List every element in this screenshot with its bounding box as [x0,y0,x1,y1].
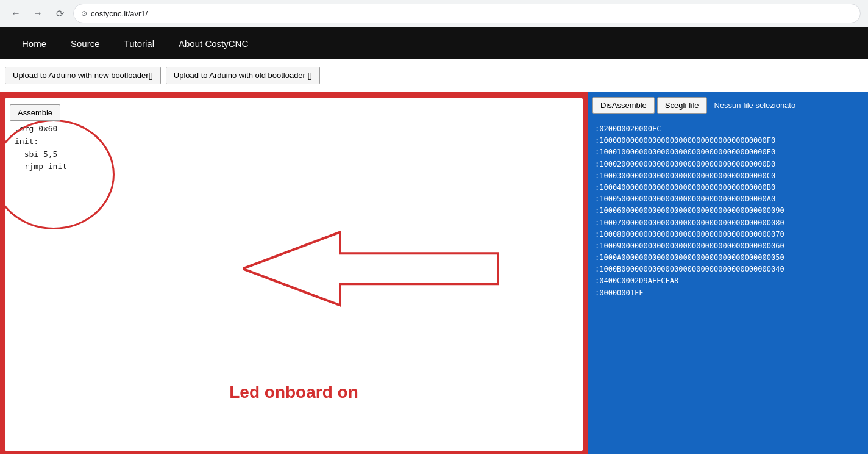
upload-new-bootloader-button[interactable]: Upload to Arduino with new bootloader[] [5,67,161,84]
reload-button[interactable]: ⟳ [51,5,68,22]
upload-row: Upload to Arduino with new bootloader[] … [0,59,868,92]
hex-line: :10003000000000000000000000000000000000C… [595,170,861,182]
main-content: Assemble .org 0x60 init: sbi 5,5 rjmp in… [0,92,868,454]
nav-tutorial[interactable]: Tutorial [112,29,166,59]
hex-line: :1000B0000000000000000000000000000000000… [595,264,861,275]
hex-line: :020000020000FC [595,123,861,135]
right-toolbar: DisAssemble Scegli file Nessun file sele… [588,92,868,118]
hex-line: :100070000000000000000000000000000000000… [595,217,861,229]
hex-line: :10004000000000000000000000000000000000B… [595,182,861,193]
assemble-button[interactable]: Assemble [10,104,60,121]
hex-output: :020000020000FC:100000000000000000000000… [588,118,868,454]
hex-line: :100080000000000000000000000000000000000… [595,229,861,240]
hex-line: :100060000000000000000000000000000000000… [595,205,861,217]
code-area[interactable]: Assemble .org 0x60 init: sbi 5,5 rjmp in… [5,98,583,451]
hex-line: :10005000000000000000000000000000000000A… [595,193,861,205]
hex-line: :1000A0000000000000000000000000000000000… [595,252,861,264]
choose-file-button[interactable]: Scegli file [657,97,707,114]
nav-source[interactable]: Source [59,29,112,59]
hex-line: :0400C0002D9AFECFA8 [595,275,861,287]
nav-home[interactable]: Home [10,29,59,59]
url-text: costycnc.it/avr1/ [91,9,148,18]
disassemble-button[interactable]: DisAssemble [592,97,655,114]
url-bar[interactable]: ⊙ costycnc.it/avr1/ [73,4,861,23]
navbar: Home Source Tutorial About CostyCNC [0,27,868,59]
right-panel: DisAssemble Scegli file Nessun file sele… [588,92,868,454]
left-panel: Assemble .org 0x60 init: sbi 5,5 rjmp in… [0,92,588,454]
hex-line: :00000001FF [595,287,861,299]
code-text: .org 0x60 init: sbi 5,5 rjmp init [15,123,573,173]
svg-marker-0 [243,232,499,305]
nav-about[interactable]: About CostyCNC [166,29,260,59]
browser-bar: ← → ⟳ ⊙ costycnc.it/avr1/ [0,0,868,27]
led-text: Led onboard on [229,383,358,402]
hex-line: :10002000000000000000000000000000000000D… [595,159,861,170]
hex-line: :10000000000000000000000000000000000000F… [595,135,861,146]
upload-old-bootloader-button[interactable]: Upload to Arduino with old bootloader [] [166,67,320,84]
arrow-container [243,220,499,319]
back-button[interactable]: ← [7,5,24,22]
no-file-label: Nessun file selezionato [714,101,796,110]
hex-line: :10001000000000000000000000000000000000E… [595,146,861,158]
url-icon: ⊙ [81,9,87,18]
forward-button[interactable]: → [29,5,46,22]
hex-line: :100090000000000000000000000000000000000… [595,240,861,252]
